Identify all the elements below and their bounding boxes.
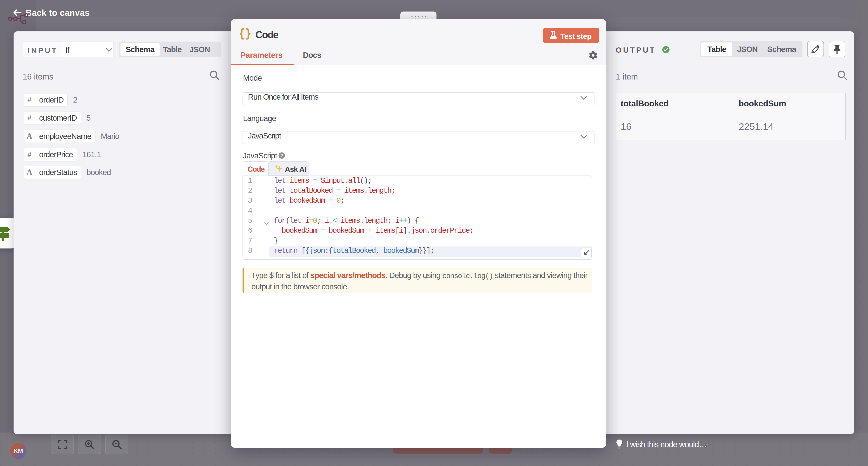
svg-text:?: ?	[281, 153, 283, 158]
